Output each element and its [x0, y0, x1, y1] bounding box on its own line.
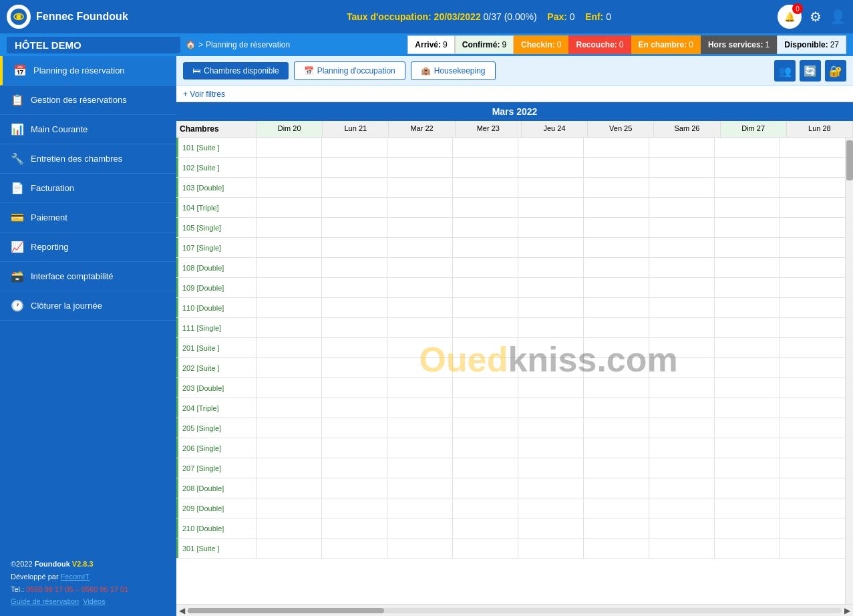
room-cell-1-4[interactable] [518, 158, 584, 177]
room-cell-3-6[interactable] [649, 198, 715, 217]
room-cell-3-0[interactable] [257, 198, 322, 217]
vertical-scrollbar[interactable] [845, 138, 853, 604]
room-cell-15-1[interactable] [322, 438, 387, 458]
room-cell-0-1[interactable] [322, 138, 387, 157]
room-cell-2-5[interactable] [584, 178, 649, 197]
room-cell-14-7[interactable] [715, 418, 780, 438]
room-cell-16-7[interactable] [715, 458, 780, 478]
room-cell-17-8[interactable] [780, 478, 845, 498]
room-cell-5-8[interactable] [780, 238, 845, 257]
room-cell-4-1[interactable] [322, 218, 387, 237]
room-cell-3-1[interactable] [322, 198, 387, 217]
housekeeping-button[interactable]: 🏨 Housekeeping [411, 61, 496, 80]
room-cell-10-4[interactable] [518, 338, 584, 357]
notification-button[interactable]: 🔔 0 [778, 5, 802, 29]
sidebar-item-cloture[interactable]: 🕐Clôturer la journée [0, 291, 176, 321]
room-cell-3-8[interactable] [780, 198, 845, 217]
room-cell-2-7[interactable] [715, 178, 780, 197]
room-cell-16-0[interactable] [257, 458, 322, 478]
room-cell-7-0[interactable] [257, 278, 322, 297]
room-cell-9-7[interactable] [715, 318, 780, 337]
room-cell-20-5[interactable] [584, 538, 649, 558]
room-cell-18-8[interactable] [780, 498, 845, 518]
room-cell-12-4[interactable] [518, 378, 584, 398]
room-cell-5-1[interactable] [322, 238, 387, 257]
room-cell-13-1[interactable] [322, 398, 387, 418]
room-cell-18-1[interactable] [322, 498, 387, 518]
room-cell-8-4[interactable] [518, 298, 584, 317]
room-cell-15-8[interactable] [780, 438, 845, 458]
room-cell-13-5[interactable] [584, 398, 649, 418]
room-cell-9-5[interactable] [584, 318, 649, 337]
room-cell-20-1[interactable] [322, 538, 387, 558]
room-cell-5-2[interactable] [387, 238, 453, 257]
room-cell-4-8[interactable] [780, 218, 845, 237]
room-cell-4-3[interactable] [453, 218, 518, 237]
room-cell-13-4[interactable] [518, 398, 584, 418]
calendar-body[interactable]: 101 [Suite ]102 [Suite ]103 [Double]104 … [176, 138, 845, 604]
room-cell-10-0[interactable] [257, 338, 322, 357]
room-cell-1-6[interactable] [649, 158, 715, 177]
room-cell-16-4[interactable] [518, 458, 584, 478]
room-cell-17-1[interactable] [322, 478, 387, 498]
sidebar-item-planning[interactable]: 📅Planning de réservation [0, 56, 176, 86]
room-cell-3-2[interactable] [387, 198, 453, 217]
room-cell-6-6[interactable] [649, 258, 715, 277]
room-cell-15-3[interactable] [453, 438, 518, 458]
room-cell-9-8[interactable] [780, 318, 845, 337]
room-cell-0-6[interactable] [649, 138, 715, 157]
room-cell-20-8[interactable] [780, 538, 845, 558]
room-cell-14-4[interactable] [518, 418, 584, 438]
room-cell-10-1[interactable] [322, 338, 387, 357]
room-cell-2-0[interactable] [257, 178, 322, 197]
room-cell-1-2[interactable] [387, 158, 453, 177]
room-cell-6-7[interactable] [715, 258, 780, 277]
room-cell-3-5[interactable] [584, 198, 649, 217]
chambres-disponibles-button[interactable]: 🛏 Chambres disponible [183, 62, 289, 80]
room-cell-7-2[interactable] [387, 278, 453, 297]
room-cell-18-3[interactable] [453, 498, 518, 518]
room-cell-20-4[interactable] [518, 538, 584, 558]
room-cell-10-3[interactable] [453, 338, 518, 357]
room-cell-3-3[interactable] [453, 198, 518, 217]
room-cell-5-0[interactable] [257, 238, 322, 257]
room-cell-16-8[interactable] [780, 458, 845, 478]
room-cell-15-6[interactable] [649, 438, 715, 458]
room-cell-18-5[interactable] [584, 498, 649, 518]
room-cell-14-2[interactable] [387, 418, 453, 438]
room-cell-14-1[interactable] [322, 418, 387, 438]
room-cell-8-8[interactable] [780, 298, 845, 317]
room-cell-2-1[interactable] [322, 178, 387, 197]
room-cell-19-2[interactable] [387, 518, 453, 538]
room-cell-8-0[interactable] [257, 298, 322, 317]
room-cell-12-3[interactable] [453, 378, 518, 398]
user-button[interactable]: 👤 [830, 9, 846, 25]
settings-button[interactable]: ⚙ [810, 9, 822, 25]
room-cell-18-6[interactable] [649, 498, 715, 518]
room-cell-11-8[interactable] [780, 358, 845, 377]
room-cell-16-6[interactable] [649, 458, 715, 478]
room-cell-5-4[interactable] [518, 238, 584, 257]
room-cell-1-0[interactable] [257, 158, 322, 177]
room-cell-15-0[interactable] [257, 438, 322, 458]
room-cell-11-5[interactable] [584, 358, 649, 377]
room-cell-14-5[interactable] [584, 418, 649, 438]
users-action-button[interactable]: 👥 [774, 60, 796, 82]
room-cell-19-1[interactable] [322, 518, 387, 538]
room-cell-14-8[interactable] [780, 418, 845, 438]
room-cell-13-0[interactable] [257, 398, 322, 418]
room-cell-0-0[interactable] [257, 138, 322, 157]
room-cell-20-0[interactable] [257, 538, 322, 558]
room-cell-10-6[interactable] [649, 338, 715, 357]
room-cell-12-2[interactable] [387, 378, 453, 398]
room-cell-12-7[interactable] [715, 378, 780, 398]
room-cell-17-6[interactable] [649, 478, 715, 498]
room-cell-14-3[interactable] [453, 418, 518, 438]
room-cell-8-2[interactable] [387, 298, 453, 317]
room-cell-6-3[interactable] [453, 258, 518, 277]
room-cell-4-7[interactable] [715, 218, 780, 237]
sidebar-item-paiement[interactable]: 💳Paiement [0, 203, 176, 233]
room-cell-19-3[interactable] [453, 518, 518, 538]
sidebar-item-reporting[interactable]: 📈Reporting [0, 233, 176, 262]
room-cell-15-2[interactable] [387, 438, 453, 458]
